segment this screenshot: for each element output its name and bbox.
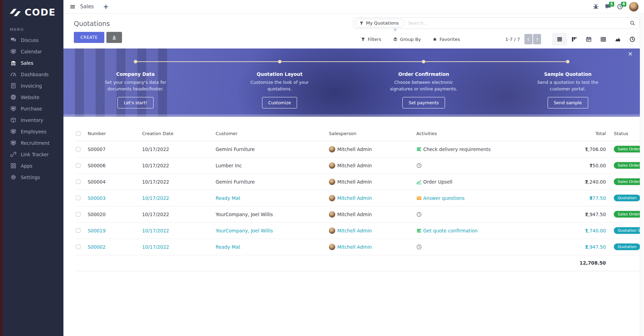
tasks-activity-icon: [416, 147, 422, 152]
search-bar[interactable]: My Quotations Search...: [353, 17, 639, 29]
facet-remove-icon[interactable]: [393, 28, 397, 32]
sidebar-item-employees[interactable]: Employees: [3, 126, 63, 137]
column-header-customer[interactable]: Customer: [216, 126, 329, 141]
status-badge: Sales Order: [614, 211, 644, 218]
create-button[interactable]: CREATE: [74, 32, 104, 43]
favorites-button[interactable]: Favorites: [433, 37, 460, 42]
cell-activities[interactable]: [416, 239, 531, 255]
cell-activities[interactable]: [416, 206, 531, 222]
row-checkbox[interactable]: [76, 245, 80, 249]
sidebar-item-dashboards[interactable]: Dashboards: [3, 69, 63, 80]
new-tab-icon[interactable]: [103, 4, 108, 9]
total-amount: 750.00: [590, 163, 606, 168]
step-button-send-sample[interactable]: Send sample: [548, 97, 588, 108]
pager-previous-button[interactable]: [524, 34, 532, 44]
cell-customer: Ready Mat: [216, 190, 329, 206]
banner-close-icon[interactable]: [628, 52, 633, 56]
sidebar-item-link-tracker[interactable]: Link Tracker: [3, 149, 63, 160]
sidebar-item-discuss[interactable]: Discuss: [3, 34, 63, 46]
chevron-left-icon: [526, 37, 530, 41]
column-header-total[interactable]: Total: [531, 126, 606, 141]
sidebar-item-calendar[interactable]: Calendar: [3, 46, 63, 57]
hamburger-icon[interactable]: [70, 4, 76, 10]
column-header-creation-date[interactable]: Creation Date: [142, 126, 216, 141]
app-logo[interactable]: CODE: [3, 0, 63, 17]
table-row-s00002[interactable]: S0000210/17/2022Ready MatMitchell Admin₹…: [76, 239, 644, 255]
column-header-salesperson[interactable]: Salesperson: [329, 126, 416, 141]
export-button[interactable]: [106, 32, 122, 43]
activities-icon[interactable]: 8: [617, 3, 623, 10]
view-switch-kanban-button[interactable]: [567, 33, 581, 45]
sidebar-item-sales[interactable]: Sales: [3, 57, 63, 69]
sidebar-item-apps[interactable]: Apps: [3, 160, 63, 171]
sidebar-item-invoicing[interactable]: Invoicing: [3, 80, 63, 91]
total-amount: 2,240.00: [585, 179, 606, 185]
salesperson-avatar: [329, 244, 335, 250]
sidebar-item-settings[interactable]: Settings: [3, 171, 63, 183]
grid-icon: [10, 163, 16, 169]
row-checkbox[interactable]: [76, 147, 80, 151]
step-button-set-payments[interactable]: Set payments: [402, 97, 445, 108]
cell-activities[interactable]: Check delivery requirements: [416, 141, 531, 157]
timeline-dot: [134, 60, 137, 63]
sidebar-item-website[interactable]: Website: [3, 91, 63, 103]
step-button-let-s-start-[interactable]: Let's start!: [118, 97, 153, 108]
status-badge: Quotation Sent: [614, 227, 644, 234]
cell-number: S00004: [88, 174, 142, 190]
user-avatar[interactable]: [629, 2, 638, 11]
step-button-customize[interactable]: Customize: [262, 97, 297, 108]
view-switch-activity-button[interactable]: [625, 33, 639, 45]
view-switch-graph-button[interactable]: [610, 33, 625, 45]
search-icon[interactable]: [630, 20, 635, 26]
action-buttons: CREATE: [74, 32, 122, 43]
row-checkbox[interactable]: [76, 163, 80, 168]
view-switch-calendar-button[interactable]: [581, 33, 596, 45]
table-row-s00006[interactable]: S0000610/17/2022Lumber IncMitchell Admin…: [76, 157, 644, 174]
cell-number: S00006: [88, 157, 142, 174]
row-checkbox[interactable]: [76, 179, 80, 184]
table-row-s00004[interactable]: S0000410/17/2022Gemini FurnitureMitchell…: [76, 174, 644, 190]
select-all-checkbox[interactable]: [76, 131, 80, 136]
sidebar-item-inventory[interactable]: Inventory: [3, 114, 63, 126]
scrollbar[interactable]: [640, 14, 644, 336]
filters-button[interactable]: Filters: [361, 37, 381, 42]
debug-bug-icon[interactable]: [593, 3, 599, 10]
cell-number: S00019: [88, 222, 142, 239]
cell-creation-date: 10/17/2022: [142, 190, 216, 206]
salesperson-avatar: [329, 228, 335, 234]
table-row-s00007[interactable]: S0000710/17/2022Gemini FurnitureMitchell…: [76, 141, 644, 157]
view-switch-pivot-button[interactable]: [596, 33, 610, 45]
control-panel: Quotations CREATE My Quotations Search..…: [63, 14, 644, 45]
table-row-s00019[interactable]: S0001910/17/2022YourCompany, Joel Willis…: [76, 222, 644, 239]
sidebar-item-purchase[interactable]: Purchase: [3, 103, 63, 114]
logo-icon: [9, 8, 21, 17]
app-menu-label[interactable]: Sales: [80, 3, 94, 10]
search-facet[interactable]: My Quotations: [355, 19, 404, 27]
cell-activities[interactable]: Get quote confirmation: [416, 222, 531, 239]
row-checkbox[interactable]: [76, 196, 80, 200]
group-by-button[interactable]: Group By: [393, 37, 421, 42]
row-checkbox[interactable]: [76, 228, 80, 233]
table-row-s00020[interactable]: S0002010/17/2022YourCompany, Joel Willis…: [76, 206, 644, 222]
pivot-view-icon: [600, 36, 606, 42]
cell-activities[interactable]: Answer questions: [416, 190, 531, 206]
messages-icon[interactable]: 5: [605, 3, 611, 10]
pager-next-button[interactable]: [533, 34, 541, 44]
graph-view-icon: [615, 36, 621, 42]
cell-activities[interactable]: Order Upsell: [416, 174, 531, 190]
view-switch-list-button[interactable]: [552, 33, 567, 45]
row-checkbox[interactable]: [76, 212, 80, 216]
table-row-s00003[interactable]: S0000310/17/2022Ready MatMitchell AdminA…: [76, 190, 644, 206]
column-header-activities[interactable]: Activities: [416, 126, 531, 141]
column-header-number[interactable]: Number: [88, 126, 142, 141]
cell-activities[interactable]: [416, 157, 531, 174]
column-header-status[interactable]: Status: [606, 126, 644, 141]
clock-activity-icon: [416, 163, 422, 168]
filters-label: Filters: [368, 37, 381, 42]
salesperson-name: Mitchell Admin: [337, 195, 372, 201]
salesperson-name: Mitchell Admin: [337, 212, 372, 217]
cell-total: ₹2,947.50: [531, 239, 606, 255]
cell-creation-date: 10/17/2022: [142, 157, 216, 174]
sidebar-item-recruitment[interactable]: Recruitment: [3, 137, 63, 149]
gear-icon: [10, 174, 16, 180]
